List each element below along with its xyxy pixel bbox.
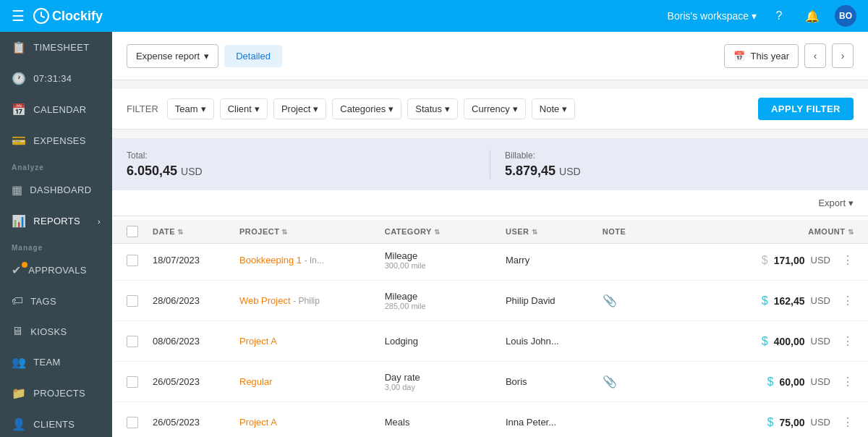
row-project-4: Project A bbox=[239, 417, 385, 428]
dollar-icon-0: $ bbox=[762, 254, 768, 267]
project-link-2[interactable]: Project A bbox=[239, 336, 277, 347]
row-checkbox-2[interactable] bbox=[127, 336, 153, 347]
billable-summary: Billable: 5.879,45 USD bbox=[505, 150, 854, 179]
next-period-button[interactable]: › bbox=[832, 43, 854, 68]
filter-bar: FILTER Team▾ Client▾ Project▾ Categories… bbox=[112, 89, 868, 130]
project-link-4[interactable]: Project A bbox=[239, 417, 277, 428]
col-header-amount[interactable]: AMOUNT ⇅ bbox=[723, 227, 854, 236]
select-all-checkbox-col bbox=[127, 226, 153, 237]
chevron-down-icon: ▾ bbox=[255, 103, 260, 114]
row-checkbox-0[interactable] bbox=[127, 255, 153, 266]
row-checkbox-1[interactable] bbox=[127, 295, 153, 307]
row-select-checkbox-3[interactable] bbox=[127, 376, 138, 388]
sort-icon-amount: ⇅ bbox=[848, 228, 854, 236]
notifications-icon[interactable]: 🔔 bbox=[801, 5, 823, 27]
row-amount-1: $ 162,45 USD ⋮ bbox=[723, 294, 854, 307]
row-checkbox-3[interactable] bbox=[127, 376, 153, 388]
filter-client[interactable]: Client▾ bbox=[220, 98, 268, 119]
sidebar-item-kiosks[interactable]: 🖥 Kiosks bbox=[0, 316, 112, 347]
chevron-down-icon: ▾ bbox=[848, 198, 854, 208]
attachment-icon-1: 📎 bbox=[603, 294, 617, 307]
prev-period-button[interactable]: ‹ bbox=[804, 43, 826, 68]
total-summary: Total: 6.050,45 USD bbox=[127, 150, 475, 179]
report-type-button[interactable]: Expense report ▾ bbox=[127, 44, 218, 68]
row-select-checkbox-2[interactable] bbox=[127, 336, 138, 347]
project-link-0[interactable]: Bookkeeping 1 bbox=[239, 255, 302, 266]
chevron-down-icon: ▾ bbox=[313, 103, 318, 114]
app-logo: Clockify bbox=[33, 8, 103, 24]
filter-status[interactable]: Status▾ bbox=[407, 98, 458, 119]
row-menu-button-0[interactable]: ⋮ bbox=[842, 253, 854, 267]
sidebar-item-tags[interactable]: 🏷 Tags bbox=[0, 286, 112, 316]
workspace-button[interactable]: Boris's workspace ▾ bbox=[668, 10, 757, 22]
amount-value-1: 162,45 bbox=[774, 295, 805, 307]
billable-icon-2: $ bbox=[762, 335, 768, 348]
team-icon: 👥 bbox=[12, 355, 26, 369]
view-type-button[interactable]: Detailed bbox=[224, 45, 282, 67]
col-header-date[interactable]: DATE ⇅ bbox=[153, 227, 239, 236]
filter-categories[interactable]: Categories▾ bbox=[332, 98, 401, 119]
apply-filter-button[interactable]: APPLY FILTER bbox=[758, 98, 854, 120]
sidebar-item-approvals[interactable]: ✔ Approvals bbox=[0, 255, 112, 286]
row-select-checkbox-0[interactable] bbox=[127, 255, 138, 266]
billable-icon-4: $ bbox=[767, 416, 774, 429]
export-button[interactable]: Export ▾ bbox=[818, 198, 854, 208]
sidebar-item-clients[interactable]: 👤 Clients bbox=[0, 409, 112, 437]
expenses-icon: 💳 bbox=[12, 134, 26, 148]
row-user-3: Boris bbox=[506, 376, 603, 387]
sidebar-item-expenses[interactable]: 💳 Expenses bbox=[0, 125, 112, 156]
sidebar-item-projects[interactable]: 📁 Projects bbox=[0, 378, 112, 409]
row-checkbox-4[interactable] bbox=[127, 417, 153, 428]
menu-icon[interactable]: ☰ bbox=[12, 7, 25, 25]
filter-note[interactable]: Note▾ bbox=[532, 98, 575, 119]
row-date-4: 26/05/2023 bbox=[153, 417, 239, 428]
table-row: 08/06/2023 Project A Lodging Louis John.… bbox=[112, 321, 868, 362]
help-icon[interactable]: ? bbox=[768, 5, 790, 27]
expense-table: Export ▾ DATE ⇅ PROJECT ⇅ CATEGORY bbox=[112, 190, 868, 437]
sort-icon-project: ⇅ bbox=[281, 228, 288, 236]
table-row: 18/07/2023 Bookkeeping 1 - In... Mileage… bbox=[112, 240, 868, 281]
row-category-2: Lodging bbox=[385, 336, 506, 347]
filter-project[interactable]: Project▾ bbox=[273, 98, 326, 119]
col-header-category[interactable]: CATEGORY ⇅ bbox=[385, 227, 506, 236]
sidebar-item-team[interactable]: 👥 Team bbox=[0, 347, 112, 378]
amount-currency-0: USD bbox=[811, 255, 830, 266]
row-select-checkbox-1[interactable] bbox=[127, 295, 138, 307]
col-header-project[interactable]: PROJECT ⇅ bbox=[239, 227, 385, 236]
col-header-user[interactable]: USER ⇅ bbox=[506, 227, 603, 236]
sidebar-item-timesheet[interactable]: 📋 Timesheet bbox=[0, 32, 112, 63]
project-suffix-1: - Philip bbox=[293, 296, 320, 306]
row-category-0: Mileage 300,00 mile bbox=[385, 250, 506, 270]
table-column-headers: DATE ⇅ PROJECT ⇅ CATEGORY ⇅ USER ⇅ NOTE bbox=[112, 220, 868, 244]
amount-value-2: 400,00 bbox=[774, 336, 805, 347]
sidebar-item-calendar[interactable]: 📅 Calendar bbox=[0, 94, 112, 125]
table-row: 28/06/2023 Web Project - Philip Mileage … bbox=[112, 281, 868, 321]
row-menu-button-2[interactable]: ⋮ bbox=[842, 334, 854, 348]
row-menu-button-1[interactable]: ⋮ bbox=[842, 294, 854, 307]
sidebar: 📋 Timesheet 🕐 07:31:34 📅 Calendar 💳 Expe… bbox=[0, 32, 112, 437]
manage-section-label: Manage bbox=[0, 237, 112, 255]
filter-team[interactable]: Team▾ bbox=[167, 98, 214, 119]
row-category-3: Day rate 3,00 day bbox=[385, 372, 506, 391]
filter-label: FILTER bbox=[127, 103, 158, 114]
project-link-1[interactable]: Web Project bbox=[239, 295, 291, 306]
row-date-2: 08/06/2023 bbox=[153, 336, 239, 347]
select-all-checkbox[interactable] bbox=[127, 226, 138, 237]
row-date-0: 18/07/2023 bbox=[153, 255, 239, 266]
row-select-checkbox-4[interactable] bbox=[127, 417, 138, 428]
sidebar-item-dashboard[interactable]: ▦ Dashboard bbox=[0, 174, 112, 205]
sidebar-time-display: 🕐 07:31:34 bbox=[0, 63, 112, 94]
avatar[interactable]: BO bbox=[835, 5, 856, 27]
row-project-3: Regular bbox=[239, 376, 385, 387]
amount-value-3: 60,00 bbox=[780, 376, 805, 388]
timesheet-icon: 📋 bbox=[12, 41, 26, 54]
col-header-note: NOTE bbox=[603, 227, 723, 236]
row-menu-button-3[interactable]: ⋮ bbox=[842, 375, 854, 389]
row-menu-button-4[interactable]: ⋮ bbox=[842, 415, 854, 429]
dashboard-icon: ▦ bbox=[12, 183, 22, 197]
approvals-badge bbox=[22, 262, 27, 268]
chevron-down-icon: ▾ bbox=[513, 103, 518, 114]
filter-currency[interactable]: Currency▾ bbox=[464, 98, 526, 119]
sidebar-item-reports[interactable]: 📊 Reports › bbox=[0, 205, 112, 237]
project-link-3[interactable]: Regular bbox=[239, 376, 273, 387]
